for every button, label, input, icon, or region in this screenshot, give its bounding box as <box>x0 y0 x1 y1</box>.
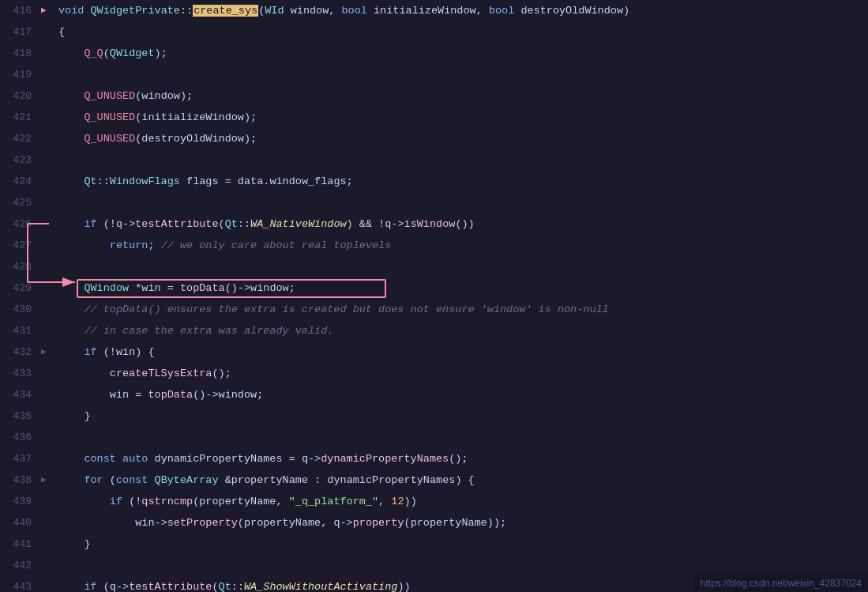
code-line-426: 426 if (!q->testAttribute(Qt::WA_NativeW… <box>0 213 868 235</box>
line-number-422: 422 <box>0 128 41 149</box>
line-content-443: if (q->testAttribute(Qt::WA_ShowWithoutA… <box>52 576 411 592</box>
line-number-438: 438 <box>0 469 41 491</box>
code-line-425: 425 <box>0 192 868 213</box>
line-content-437: const auto dynamicPropertyNames = q->dyn… <box>52 448 468 469</box>
line-number-443: 443 <box>0 576 41 592</box>
code-line-438: 438 ▶ for (const QByteArray &propertyNam… <box>0 469 868 491</box>
code-line-441: 441 } <box>0 534 868 555</box>
line-content-416: void QWidgetPrivate::create_sys(WId wind… <box>52 0 629 21</box>
line-arrow-432: ▶ <box>41 341 52 363</box>
line-content-438: for (const QByteArray &propertyName : dy… <box>52 469 475 491</box>
line-number-428: 428 <box>0 256 41 277</box>
code-line-436: 436 <box>0 427 868 448</box>
watermark: https://blog.csdn.net/weixin_42837024 <box>694 575 868 592</box>
code-line-420: 420 Q_UNUSED(window); <box>0 85 868 107</box>
line-number-423: 423 <box>0 149 41 171</box>
line-number-416: 416 <box>0 0 41 21</box>
code-line-439: 439 if (!qstrncmp(propertyName, "_q_plat… <box>0 491 868 512</box>
line-number-419: 419 <box>0 64 41 85</box>
code-line-430: 430 // topData() ensures the extra is cr… <box>0 299 868 320</box>
line-content-439: if (!qstrncmp(propertyName, "_q_platform… <box>52 491 417 512</box>
line-content-418: Q_Q(QWidget); <box>52 43 167 64</box>
code-line-429: 429 QWindow *win = topData()->window; <box>0 277 868 299</box>
line-number-433: 433 <box>0 363 41 384</box>
code-line-442: 442 <box>0 555 868 576</box>
line-number-421: 421 <box>0 107 41 128</box>
code-line-423: 423 <box>0 149 868 171</box>
line-content-441: } <box>52 534 91 555</box>
line-number-437: 437 <box>0 448 41 469</box>
code-line-419: 419 <box>0 64 868 85</box>
line-number-441: 441 <box>0 534 41 555</box>
line-content-429: QWindow *win = topData()->window; <box>52 277 295 299</box>
line-arrow-438: ▶ <box>41 469 52 491</box>
line-content-422: Q_UNUSED(destroyOldWindow); <box>52 128 257 149</box>
code-line-416: 416 ▶ void QWidgetPrivate::create_sys(WI… <box>0 0 868 21</box>
line-number-426: 426 <box>0 213 41 235</box>
code-line-422: 422 Q_UNUSED(destroyOldWindow); <box>0 128 868 149</box>
line-number-431: 431 <box>0 320 41 341</box>
line-number-425: 425 <box>0 192 41 213</box>
code-line-424: 424 Qt::WindowFlags flags = data.window_… <box>0 171 868 192</box>
line-number-442: 442 <box>0 555 41 576</box>
line-content-420: Q_UNUSED(window); <box>52 85 193 107</box>
line-arrow-416: ▶ <box>41 0 52 21</box>
line-content-434: win = topData()->window; <box>52 384 263 405</box>
line-number-427: 427 <box>0 235 41 256</box>
line-content-417: { <box>52 21 65 43</box>
line-number-432: 432 <box>0 341 41 363</box>
code-line-427: 427 return; // we only care about real t… <box>0 235 868 256</box>
line-number-440: 440 <box>0 512 41 534</box>
code-line-421: 421 Q_UNUSED(initializeWindow); <box>0 107 868 128</box>
line-number-439: 439 <box>0 491 41 512</box>
line-content-421: Q_UNUSED(initializeWindow); <box>52 107 257 128</box>
code-line-432: 432 ▶ if (!win) { <box>0 341 868 363</box>
line-number-418: 418 <box>0 43 41 64</box>
line-content-432: if (!win) { <box>52 341 155 363</box>
line-number-435: 435 <box>0 405 41 427</box>
code-line-435: 435 } <box>0 405 868 427</box>
code-line-418: 418 Q_Q(QWidget); <box>0 43 868 64</box>
line-number-430: 430 <box>0 299 41 320</box>
line-content-431: // in case the extra was already valid. <box>52 320 333 341</box>
line-content-433: createTLSysExtra(); <box>52 363 231 384</box>
code-line-440: 440 win->setProperty(propertyName, q->pr… <box>0 512 868 534</box>
line-number-429: 429 <box>0 277 41 299</box>
line-number-417: 417 <box>0 21 41 43</box>
code-line-431: 431 // in case the extra was already val… <box>0 320 868 341</box>
line-number-436: 436 <box>0 427 41 448</box>
code-editor: 416 ▶ void QWidgetPrivate::create_sys(WI… <box>0 0 868 592</box>
line-content-426: if (!q->testAttribute(Qt::WA_NativeWindo… <box>52 213 475 235</box>
code-line-417: 417 { <box>0 21 868 43</box>
code-line-433: 433 createTLSysExtra(); <box>0 363 868 384</box>
code-line-434: 434 win = topData()->window; <box>0 384 868 405</box>
code-line-428: 428 <box>0 256 868 277</box>
line-content-430: // topData() ensures the extra is create… <box>52 299 609 320</box>
line-content-427: return; // we only care about real tople… <box>52 235 391 256</box>
code-line-437: 437 const auto dynamicPropertyNames = q-… <box>0 448 868 469</box>
line-content-440: win->setProperty(propertyName, q->proper… <box>52 512 506 534</box>
line-content-435: } <box>52 405 91 427</box>
line-number-420: 420 <box>0 85 41 107</box>
line-number-434: 434 <box>0 384 41 405</box>
line-content-424: Qt::WindowFlags flags = data.window_flag… <box>52 171 353 192</box>
line-number-424: 424 <box>0 171 41 192</box>
